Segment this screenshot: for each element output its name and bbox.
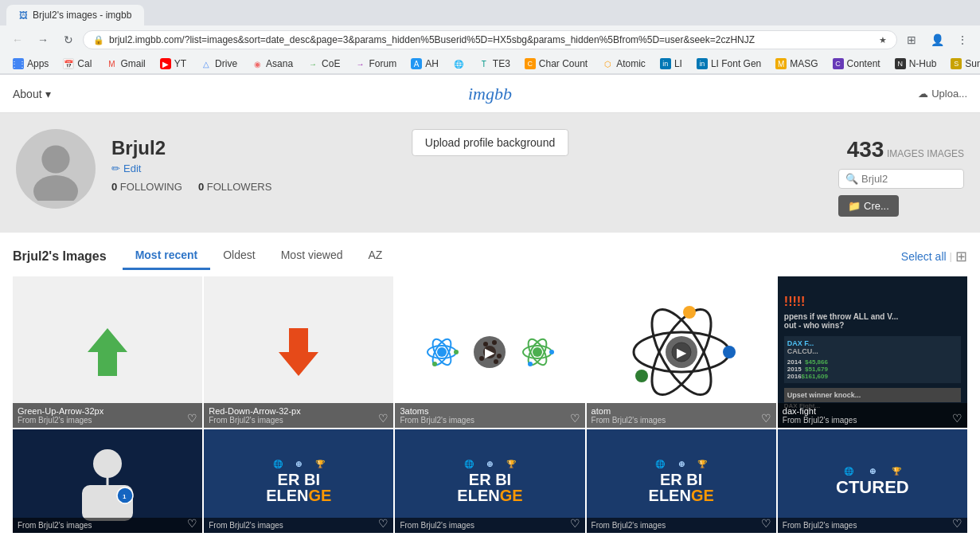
bookmark-nhub[interactable]: N N-Hub: [888, 56, 943, 72]
browser-tab[interactable]: 🖼 Brjul2's images - imgbb: [6, 5, 144, 25]
edit-profile-link[interactable]: ✏ Edit: [111, 162, 822, 174]
bookmark-apps[interactable]: ⋮⋮ Apps: [6, 56, 55, 72]
atomic-icon: ⬡: [602, 58, 613, 69]
svg-point-0: [41, 145, 69, 173]
bookmark-li[interactable]: in LI: [654, 56, 689, 72]
bookmark-forum[interactable]: → Forum: [348, 56, 403, 72]
tab-most-viewed[interactable]: Most viewed: [268, 242, 356, 270]
create-album-button[interactable]: 📁 Cre...: [838, 195, 899, 217]
person-silhouette-svg: 1: [76, 441, 139, 521]
svg-text:1: 1: [123, 493, 127, 500]
bookmark-forum-label: Forum: [369, 58, 396, 69]
about-menu[interactable]: About ▾: [13, 88, 51, 100]
bookmark-content[interactable]: C Content: [826, 56, 887, 72]
heart-button-3[interactable]: ♡: [761, 412, 771, 425]
bookmark-lifontgen[interactable]: in LI Font Gen: [690, 56, 767, 72]
bookmark-ah[interactable]: A AH: [404, 56, 445, 72]
green-arrow-up-svg: [84, 324, 131, 380]
bookmark-masg[interactable]: M MASG: [769, 56, 824, 72]
heart-button-9[interactable]: ♡: [952, 517, 962, 530]
bookmark-coe[interactable]: → CoE: [301, 56, 346, 72]
image-card-ctured[interactable]: 🌐⊕🏆 CTURED From Brjul2's images ♡: [778, 429, 967, 533]
bookmark-atomic-label: Atomic: [616, 58, 646, 69]
bookmark-te3-label: TE3: [493, 58, 510, 69]
address-bar[interactable]: 🔒 brjul2.imgbb.com/?list=images&sort=dat…: [83, 30, 897, 49]
tab-most-recent[interactable]: Most recent: [123, 242, 211, 270]
heart-button-0[interactable]: ♡: [187, 412, 197, 425]
svg-point-9: [454, 350, 459, 354]
tab-oldest[interactable]: Oldest: [210, 242, 267, 270]
svg-point-1: [33, 175, 78, 201]
charcount-icon: C: [525, 58, 536, 69]
image-card-bi-3[interactable]: 🌐⊕🏆 ER BI ELENGE From Brjul2's images ♡: [587, 429, 776, 533]
avatar-svg: [24, 137, 88, 201]
bookmark-suntrust[interactable]: S SunTrust: [944, 56, 980, 72]
browser-chrome: 🖼 Brjul2's images - imgbb ← → ↻ 🔒 brjul2…: [0, 0, 980, 75]
bookmark-drive[interactable]: △ Drive: [194, 56, 244, 72]
bookmark-masg-label: MASG: [790, 58, 818, 69]
bookmark-te3[interactable]: T TE3: [472, 56, 517, 72]
forward-button[interactable]: →: [32, 29, 54, 51]
image-label-atom: atom From Brjul2's images ♡: [587, 403, 776, 428]
bookmark-yt[interactable]: ▶ YT: [154, 56, 193, 72]
bookmark-gmail[interactable]: M Gmail: [100, 56, 151, 72]
extensions-button[interactable]: ⊞: [900, 29, 923, 51]
heart-button-2[interactable]: ♡: [570, 412, 580, 425]
bookmark-cal[interactable]: 📅 Cal: [57, 56, 98, 72]
heart-button-4[interactable]: ♡: [952, 412, 962, 425]
url-text: brjul2.imgbb.com/?list=images&sort=date_…: [109, 34, 874, 45]
upload-background-button[interactable]: Upload profile background: [412, 129, 568, 156]
bookmark-asana[interactable]: ◉ Asana: [245, 56, 299, 72]
bookmarks-bar: ⋮⋮ Apps 📅 Cal M Gmail ▶ YT △ Drive ◉ Asa…: [0, 54, 980, 74]
image-card-bi-2[interactable]: 🌐⊕🏆 ER BI ELENGE From Brjul2's images ♡: [395, 429, 584, 533]
suntrust-icon: S: [951, 58, 962, 69]
site-logo[interactable]: imgbb: [468, 84, 512, 104]
profile-button[interactable]: 👤: [926, 29, 948, 51]
menu-button[interactable]: ⋮: [951, 29, 974, 51]
bookmark-charcount[interactable]: C Char Count: [518, 56, 594, 72]
profile-search-box[interactable]: 🔍: [838, 169, 964, 189]
images-section: Brjul2's Images Most recent Oldest Most …: [0, 233, 980, 539]
tab-az[interactable]: AZ: [356, 242, 396, 270]
bookmark-atomic[interactable]: ⬡ Atomic: [595, 56, 652, 72]
image-card-bi-person[interactable]: 1 From Brjul2's images ♡: [13, 429, 202, 533]
image-grid: Green-Up-Arrow-32px From Brjul2's images…: [13, 270, 967, 539]
profile-search-input[interactable]: [861, 173, 957, 185]
select-all-button[interactable]: Select all: [901, 250, 947, 263]
bookmark-yt-label: YT: [174, 58, 186, 69]
bookmark-suntrust-label: SunTrust: [965, 58, 980, 69]
heart-button-7[interactable]: ♡: [761, 517, 771, 530]
play-button-atom[interactable]: ▶: [666, 336, 697, 368]
svg-point-21: [549, 350, 554, 354]
image-card-atom[interactable]: ▶ atom From Brjul2's images ♡: [587, 276, 776, 428]
heart-button-1[interactable]: ♡: [378, 412, 388, 425]
asana-icon: ◉: [252, 58, 263, 69]
heart-button-5[interactable]: ♡: [378, 517, 388, 530]
toolbar-divider: |: [950, 250, 952, 262]
heart-button-6[interactable]: ♡: [570, 517, 580, 530]
reload-button[interactable]: ↻: [57, 29, 80, 51]
content-icon: C: [833, 58, 844, 69]
image-card-green-arrow[interactable]: Green-Up-Arrow-32px From Brjul2's images…: [13, 276, 202, 428]
upload-cloud-icon: ☁: [918, 88, 928, 100]
image-label-bi-3: From Brjul2's images ♡: [587, 518, 776, 533]
image-card-dax[interactable]: !!!!! ppens if we throw ALL and V... out…: [778, 276, 967, 428]
tab-title: Brjul2's images - imgbb: [33, 10, 131, 21]
image-card-bi-1[interactable]: 🌐⊕🏆 ER BI ELENGE From Brjul2's images ♡: [204, 429, 393, 533]
grid-view-button[interactable]: ⊞: [955, 248, 967, 265]
nhub-icon: N: [895, 58, 906, 69]
lifontgen-icon: in: [697, 58, 708, 69]
back-button[interactable]: ←: [6, 29, 29, 51]
bookmark-apps-label: Apps: [27, 58, 49, 69]
bookmark-globe[interactable]: 🌐: [447, 56, 470, 72]
upload-nav-button[interactable]: ☁ Uploa...: [918, 88, 967, 100]
image-label-bi-2: From Brjul2's images ♡: [395, 518, 584, 533]
svg-point-5: [437, 347, 447, 357]
top-nav: About ▾ imgbb ☁ Uploa...: [0, 75, 980, 113]
image-card-3atoms[interactable]: ▶ 3atoms From Brjul2's images ♡: [395, 276, 584, 428]
play-button-3atoms[interactable]: ▶: [474, 336, 506, 368]
svg-point-29: [683, 306, 696, 319]
bookmark-gmail-label: Gmail: [120, 58, 145, 69]
image-card-red-arrow[interactable]: Red-Down-Arrow-32-px From Brjul2's image…: [204, 276, 393, 428]
heart-button-8[interactable]: ♡: [187, 517, 197, 530]
